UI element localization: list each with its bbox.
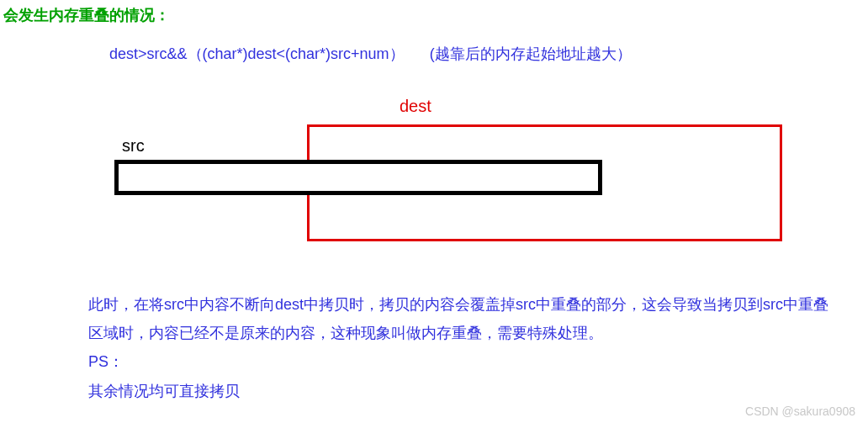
description-line3: 其余情况均可直接拷贝 — [88, 377, 828, 405]
src-label: src — [122, 136, 145, 156]
watermark: CSDN @sakura0908 — [745, 404, 855, 418]
condition-text: dest>src&&（(char*)dest<(char*)src+num） (… — [109, 44, 632, 64]
src-memory-block — [114, 160, 602, 195]
dest-label: dest — [400, 97, 431, 116]
description-line2: PS： — [88, 347, 828, 376]
memory-overlap-diagram: dest src — [101, 84, 791, 252]
page-title: 会发生内存重叠的情况： — [0, 0, 868, 25]
description-block: 此时，在将src中内容不断向dest中拷贝时，拷贝的内容会覆盖掉src中重叠的部… — [88, 290, 828, 405]
description-line1: 此时，在将src中内容不断向dest中拷贝时，拷贝的内容会覆盖掉src中重叠的部… — [88, 290, 828, 347]
condition-note: (越靠后的内存起始地址越大） — [430, 45, 632, 62]
condition-expr: dest>src&&（(char*)dest<(char*)src+num） — [109, 45, 405, 62]
